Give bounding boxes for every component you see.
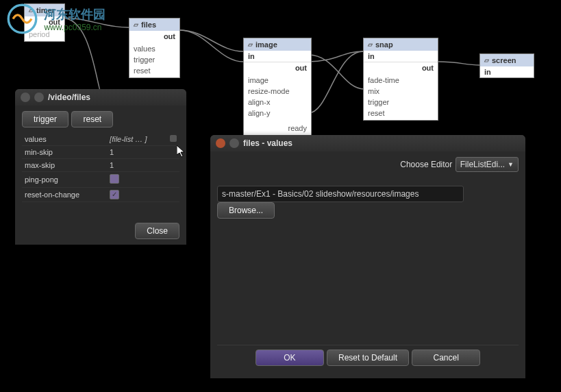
trigger-button[interactable]: trigger [22, 111, 68, 127]
node-files[interactable]: ▱ files out values trigger reset [129, 18, 180, 78]
minimize-icon[interactable] [34, 93, 44, 102]
port-image[interactable]: image [244, 75, 311, 86]
node-title: snap [375, 40, 393, 49]
collapse-icon: ▱ [248, 41, 253, 48]
ok-button[interactable]: OK [255, 350, 323, 366]
port-ready[interactable]: ready [244, 123, 311, 134]
collapse-icon: ▱ [29, 7, 34, 14]
node-title: screen [492, 56, 516, 64]
node-timer-header[interactable]: ▱ timer [25, 4, 64, 16]
node-screen[interactable]: ▱ screen in [479, 53, 534, 78]
port-out-label: out [164, 32, 175, 40]
reset-default-button[interactable]: Reset to Default [327, 350, 409, 366]
table-row: reset-on-change [22, 188, 179, 202]
port-reset[interactable]: reset [364, 108, 438, 119]
port-resize-mode[interactable]: resize-mode [244, 86, 311, 97]
collapse-icon: ▱ [134, 21, 138, 28]
port-in-label: in [368, 52, 375, 60]
close-button[interactable]: Close [135, 223, 179, 239]
editor-combo[interactable]: FileListEdi... ▼ [456, 157, 519, 172]
port-out-label: out [295, 64, 307, 72]
collapse-icon: ▱ [368, 41, 373, 48]
port-in-label: in [484, 68, 491, 76]
port-align-x[interactable]: align-x [244, 97, 311, 108]
reset-on-change-checkbox[interactable] [110, 190, 119, 199]
node-image-header[interactable]: ▱ image [244, 38, 311, 51]
edit-icon[interactable] [170, 135, 177, 142]
port-out-label: out [422, 64, 434, 72]
table-row: ping-pong [22, 172, 179, 188]
values-dialog-titlebar[interactable]: files - values [210, 135, 525, 151]
port-fade-time[interactable]: fade-time [364, 75, 438, 86]
reset-button[interactable]: reset [71, 111, 113, 127]
node-title: timer [36, 6, 55, 14]
table-row: values[file-list … ] [22, 133, 179, 146]
node-snap-header[interactable]: ▱ snap [364, 38, 438, 51]
properties-dialog-titlebar[interactable]: /video/files [15, 89, 186, 106]
node-timer[interactable]: ▱ timer out period [24, 3, 65, 42]
node-title: image [255, 40, 277, 49]
path-input[interactable]: s-master/Ex1 - Basics/02 slideshow/resou… [217, 186, 464, 202]
port-period[interactable]: period [25, 29, 64, 40]
port-align-y[interactable]: align-y [244, 108, 311, 119]
properties-table: values[file-list … ] min-skip1 max-skip1… [22, 133, 179, 202]
node-snap[interactable]: ▱ snap in out fade-time mix trigger rese… [363, 38, 438, 121]
dialog-title: /video/files [48, 93, 90, 102]
collapse-icon: ▱ [484, 57, 489, 64]
port-values[interactable]: values [129, 43, 179, 54]
node-image[interactable]: ▱ image in out image resize-mode align-x… [243, 38, 312, 147]
browse-button[interactable]: Browse... [217, 202, 275, 219]
table-row: min-skip1 [22, 146, 179, 159]
port-in-label: in [248, 52, 255, 60]
properties-dialog[interactable]: /video/files trigger reset values[file-l… [15, 89, 186, 245]
close-icon[interactable] [21, 93, 30, 102]
node-title: files [141, 21, 156, 29]
values-dialog[interactable]: files - values Choose Editor FileListEdi… [210, 135, 525, 378]
minimize-icon[interactable] [229, 138, 239, 148]
dialog-title: files - values [243, 138, 292, 148]
port-trigger[interactable]: trigger [129, 54, 179, 65]
close-icon[interactable] [216, 138, 225, 148]
port-trigger[interactable]: trigger [364, 97, 438, 108]
port-out-label: out [49, 18, 60, 26]
ping-pong-checkbox[interactable] [110, 174, 119, 184]
port-mix[interactable]: mix [364, 86, 438, 97]
node-screen-header[interactable]: ▱ screen [480, 54, 534, 66]
table-row: max-skip1 [22, 159, 179, 172]
cancel-button[interactable]: Cancel [412, 350, 479, 366]
chevron-down-icon: ▼ [508, 161, 514, 168]
port-reset[interactable]: reset [129, 65, 179, 76]
choose-editor-label: Choose Editor [400, 160, 452, 169]
node-files-header[interactable]: ▱ files [129, 19, 179, 31]
